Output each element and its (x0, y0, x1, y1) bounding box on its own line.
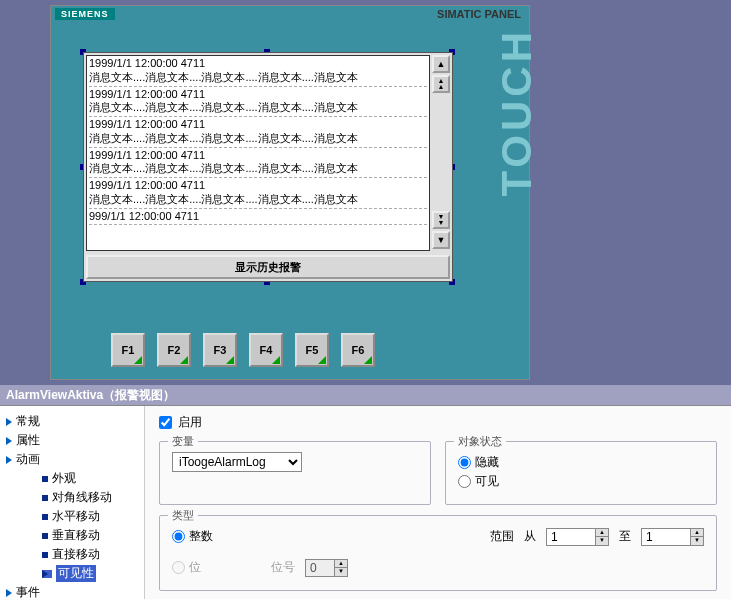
alarm-view[interactable]: 1999/1/1 12:00:00 4711消息文本....消息文本....消息… (83, 52, 453, 282)
enable-checkbox[interactable] (159, 416, 172, 429)
scroll-bottom-button[interactable]: ▼ (432, 231, 450, 249)
fkey-f6[interactable]: F6 (341, 333, 375, 367)
tree-direct[interactable]: 直接移动 (4, 545, 140, 564)
alarm-entry[interactable]: 1999/1/1 12:00:00 4711消息文本....消息文本....消息… (89, 57, 427, 87)
tree-visibility[interactable]: 可见性 (4, 564, 140, 583)
fkey-f1[interactable]: F1 (111, 333, 145, 367)
visible-label: 可见 (475, 473, 499, 490)
range-label: 范围 (490, 528, 514, 545)
spin-down-icon: ▼ (335, 568, 347, 576)
bit-label: 位 (189, 559, 201, 576)
type-group-title: 类型 (168, 508, 198, 523)
tree-appearance[interactable]: 外观 (4, 469, 140, 488)
function-key-row: F1F2F3F4F5F6 (111, 333, 375, 367)
range-from-input[interactable] (546, 528, 596, 546)
hmi-panel: SIEMENS SIMATIC PANEL TOUCH 1999/1/1 12:… (50, 5, 530, 380)
alarm-entry[interactable]: 1999/1/1 12:00:00 4711消息文本....消息文本....消息… (89, 149, 427, 179)
spin-up-icon: ▲ (335, 560, 347, 568)
tree-events[interactable]: 事件 (4, 583, 140, 599)
spin-down-icon[interactable]: ▼ (596, 537, 608, 545)
tree-animation[interactable]: 动画 (4, 450, 140, 469)
hidden-label: 隐藏 (475, 454, 499, 471)
show-history-button[interactable]: 显示历史报警 (86, 255, 450, 279)
fkey-f3[interactable]: F3 (203, 333, 237, 367)
property-panel-body: 常规 属性 动画 外观 对角线移动 水平移动 垂直移动 直接移动 可见性 事件 … (0, 405, 731, 599)
spin-up-icon[interactable]: ▲ (596, 529, 608, 537)
spin-up-icon[interactable]: ▲ (691, 529, 703, 537)
fkey-f4[interactable]: F4 (249, 333, 283, 367)
property-form: 启用 变量 iToogeAlarmLog 对象状态 隐藏 可见 类型 整数 范围 (145, 406, 731, 599)
type-group: 类型 整数 范围 从 ▲▼ 至 ▲▼ 位 位号 ▲▼ (159, 515, 717, 591)
variable-select[interactable]: iToogeAlarmLog (172, 452, 302, 472)
alarm-entry[interactable]: 1999/1/1 12:00:00 4711消息文本....消息文本....消息… (89, 179, 427, 209)
from-label: 从 (524, 528, 536, 545)
tree-attributes[interactable]: 属性 (4, 431, 140, 450)
range-from-spinner[interactable]: ▲▼ (546, 528, 609, 546)
scroll-down-button[interactable]: ▼▼ (432, 211, 450, 229)
range-to-input[interactable] (641, 528, 691, 546)
touch-decoration: TOUCH (493, 28, 541, 197)
scroll-up-button[interactable]: ▲▲ (432, 75, 450, 93)
alarm-entry[interactable]: 1999/1/1 12:00:00 4711消息文本....消息文本....消息… (89, 118, 427, 148)
bitno-input (305, 559, 335, 577)
range-to-spinner[interactable]: ▲▼ (641, 528, 704, 546)
integer-radio[interactable] (172, 530, 185, 543)
bitno-spinner: ▲▼ (305, 559, 348, 577)
integer-label: 整数 (189, 528, 213, 545)
object-state-title: 对象状态 (454, 434, 506, 449)
fkey-f5[interactable]: F5 (295, 333, 329, 367)
to-label: 至 (619, 528, 631, 545)
object-state-group: 对象状态 隐藏 可见 (445, 441, 717, 505)
tree-vertical[interactable]: 垂直移动 (4, 526, 140, 545)
tree-horizontal[interactable]: 水平移动 (4, 507, 140, 526)
brand-badge: SIEMENS (55, 8, 115, 20)
variable-group-title: 变量 (168, 434, 198, 449)
visible-radio[interactable] (458, 475, 471, 488)
fkey-f2[interactable]: F2 (157, 333, 191, 367)
spin-down-icon[interactable]: ▼ (691, 537, 703, 545)
alarm-entry[interactable]: 999/1/1 12:00:00 4711 (89, 210, 427, 226)
bitno-label: 位号 (271, 559, 295, 576)
alarm-list: 1999/1/1 12:00:00 4711消息文本....消息文本....消息… (86, 55, 430, 251)
alarm-entry[interactable]: 1999/1/1 12:00:00 4711消息文本....消息文本....消息… (89, 88, 427, 118)
property-tree: 常规 属性 动画 外观 对角线移动 水平移动 垂直移动 直接移动 可见性 事件 (0, 406, 145, 599)
panel-title: SIMATIC PANEL (437, 8, 521, 20)
enable-label: 启用 (178, 414, 202, 431)
variable-group: 变量 iToogeAlarmLog (159, 441, 431, 505)
property-panel-header: AlarmViewAktiva（报警视图） (0, 385, 731, 405)
tree-general[interactable]: 常规 (4, 412, 140, 431)
hidden-radio[interactable] (458, 456, 471, 469)
scroll-top-button[interactable]: ▲ (432, 55, 450, 73)
tree-diagonal[interactable]: 对角线移动 (4, 488, 140, 507)
bit-radio (172, 561, 185, 574)
